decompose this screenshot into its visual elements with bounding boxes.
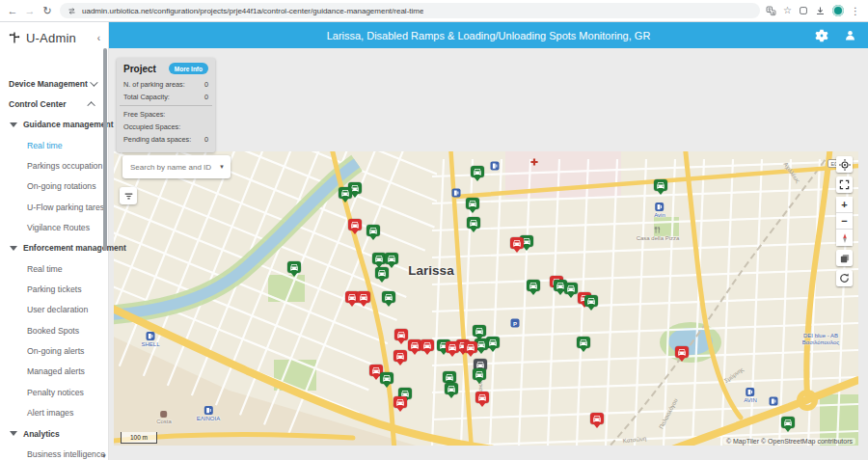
profile-avatar[interactable]	[832, 5, 844, 16]
zoom-in-button[interactable]: +	[836, 197, 853, 213]
parking-spot-marker-free[interactable]	[467, 217, 480, 229]
parking-spot-marker-occupied[interactable]	[393, 350, 407, 362]
car-icon	[586, 296, 596, 306]
download-icon[interactable]	[815, 6, 826, 16]
parking-spot-marker-free[interactable]	[375, 267, 389, 279]
sidebar-item-u-flow-parking-tares[interactable]: U-Flow parking tares	[0, 197, 108, 217]
car-icon	[350, 220, 360, 230]
project-stat-row: Occupied Spaces:	[123, 121, 208, 133]
refresh-map-button[interactable]	[836, 270, 853, 286]
sidebar-item-managed-alerts[interactable]: Managed alerts	[0, 362, 108, 382]
parking-spot-marker-occupied[interactable]	[357, 291, 370, 303]
layers-button[interactable]	[836, 250, 853, 266]
map-controls: + −	[836, 156, 853, 290]
sidebar-item-user-declaration[interactable]: User declaration	[0, 300, 108, 320]
sidebar-item-penalty-notices[interactable]: Penalty notices	[0, 382, 108, 402]
filter-icon	[123, 191, 134, 202]
sidebar-item-enforcement-management[interactable]: Enforcement management	[0, 238, 108, 258]
browser-forward-icon[interactable]: →	[21, 5, 39, 16]
settings-gear-icon[interactable]	[815, 29, 828, 42]
parking-spot-marker-free[interactable]	[564, 283, 578, 294]
browser-refresh-icon[interactable]: ↻	[39, 5, 56, 17]
sidebar-item-device-management[interactable]: Device Management	[0, 73, 108, 94]
u-admin-logo-icon	[8, 31, 21, 44]
parking-spot-marker-free[interactable]	[445, 383, 458, 394]
parking-spot-marker-free[interactable]	[466, 198, 479, 209]
parking-spot-marker-free[interactable]	[380, 372, 393, 384]
parking-spot-marker-free[interactable]	[287, 261, 301, 273]
parking-spot-marker-occupied[interactable]	[446, 341, 459, 353]
chevron-down-icon: ▼	[219, 164, 225, 170]
parking-spot-marker-free[interactable]	[366, 225, 380, 236]
car-icon	[445, 372, 454, 382]
sidebar-item-on-going-alerts[interactable]: On-going alerts	[0, 340, 108, 361]
parking-spot-marker-free[interactable]	[382, 291, 395, 303]
user-account-icon[interactable]	[844, 29, 856, 41]
compass-button[interactable]	[836, 230, 853, 246]
map-attribution: © MapTiler © OpenStreetMap contributors	[723, 438, 855, 445]
more-info-button[interactable]: More Info	[169, 63, 208, 74]
parking-spot-marker-occupied[interactable]	[510, 237, 524, 249]
parking-spot-marker-free[interactable]	[372, 253, 386, 264]
parking-spot-marker-free[interactable]	[584, 295, 598, 307]
parking-spot-marker-occupied[interactable]	[675, 346, 689, 358]
sidebar-scrollbar[interactable]	[103, 48, 107, 251]
sidebar-item-parkings-occupation[interactable]: Parkings occupation	[0, 155, 108, 176]
poi-label: AVIN	[744, 397, 757, 403]
plus-icon: +	[841, 200, 847, 210]
parking-spot-marker-occupied[interactable]	[394, 329, 408, 340]
parking-spot-marker-free[interactable]	[527, 280, 540, 291]
sidebar-collapse-icon[interactable]: ‹	[97, 33, 100, 43]
address-bar[interactable]: uadmin.urbiotica.net/configuration/proje…	[60, 3, 760, 18]
extensions-icon[interactable]	[799, 6, 808, 15]
parking-spot-marker-occupied[interactable]	[590, 413, 604, 424]
sidebar-item-control-center[interactable]: Control Center	[0, 94, 108, 114]
parking-spot-marker-free[interactable]	[486, 337, 500, 348]
translate-icon[interactable]	[766, 6, 776, 16]
parking-spot-marker-occupied[interactable]	[475, 392, 489, 403]
url-text: uadmin.urbiotica.net/configuration/proje…	[82, 7, 423, 15]
sidebar-item-alert-images[interactable]: Alert images	[0, 403, 108, 423]
car-icon	[488, 338, 498, 347]
sidebar-item-booked-spots[interactable]: Booked Spots	[0, 320, 108, 340]
browser-menu-icon[interactable]: ⋮	[851, 6, 860, 16]
parking-spot-marker-free[interactable]	[339, 187, 352, 199]
locate-icon	[839, 159, 851, 171]
parking-spot-marker-occupied[interactable]	[408, 339, 421, 351]
site-info-icon[interactable]	[68, 7, 76, 15]
parking-spot-marker-occupied[interactable]	[348, 219, 362, 230]
sidebar-item-parking-tickets[interactable]: Parking tickets	[0, 279, 108, 299]
sidebar-item-business-intelligence[interactable]: Business intelligence	[0, 444, 108, 460]
parking-spot-marker-occupied[interactable]	[420, 339, 434, 351]
place-label: DEI blue - ABΒασιλόπουλος	[802, 333, 839, 346]
bookmark-star-icon[interactable]: ☆	[783, 6, 792, 15]
sidebar-scroll-down-icon[interactable]: ▼	[101, 453, 107, 459]
sidebar-item-real-time[interactable]: Real time	[0, 258, 108, 279]
filter-button[interactable]	[120, 187, 137, 204]
parking-spot-marker-free[interactable]	[473, 368, 486, 380]
fuel-station-icon	[452, 189, 461, 198]
parking-spot-marker-free[interactable]	[443, 371, 456, 383]
parking-spot-marker-occupied[interactable]	[464, 341, 477, 353]
parking-spot-marker-free[interactable]	[781, 417, 795, 428]
parking-spot-marker-free[interactable]	[385, 253, 398, 264]
map-search-select[interactable]: Search by name and ID ▼	[122, 155, 231, 178]
geolocate-button[interactable]	[836, 156, 853, 173]
parking-spot-marker-free[interactable]	[654, 179, 667, 191]
map-canvas[interactable]: Search by name and ID ▼ + −	[114, 151, 858, 446]
parking-spot-marker-free[interactable]	[577, 337, 590, 348]
car-icon	[468, 199, 477, 208]
search-placeholder: Search by name and ID	[130, 163, 219, 172]
sidebar-item-vigilance-routes[interactable]: Vigilance Routes	[0, 217, 108, 237]
app-logo: U-Admin ‹	[0, 22, 108, 53]
parking-spot-marker-free[interactable]	[473, 325, 486, 337]
browser-back-icon[interactable]: ←	[4, 5, 21, 16]
sidebar-item-guidance-management[interactable]: Guidance management	[0, 115, 108, 135]
parking-spot-marker-occupied[interactable]	[393, 396, 407, 408]
sidebar-item-on-going-rotations[interactable]: On-going rotations	[0, 176, 108, 197]
zoom-out-button[interactable]: −	[836, 213, 853, 230]
fullscreen-button[interactable]	[836, 176, 853, 193]
sidebar-item-real-time[interactable]: Real time	[0, 135, 108, 155]
sidebar-item-analytics[interactable]: Analytics	[0, 423, 108, 444]
parking-spot-marker-free[interactable]	[471, 166, 484, 177]
